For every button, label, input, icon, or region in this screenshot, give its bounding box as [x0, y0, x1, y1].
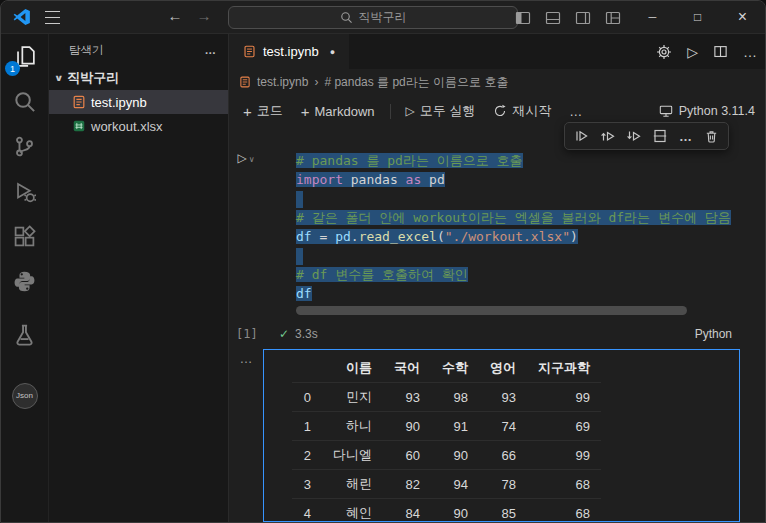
- table-cell: 60: [383, 441, 431, 470]
- output-options-icon[interactable]: …: [240, 351, 253, 366]
- sidebar-item-source-control[interactable]: [1, 124, 48, 169]
- cell-status-bar: [1] ✓ 3.3s Python: [229, 323, 746, 345]
- code-token: as: [406, 172, 422, 187]
- breadcrumb-section[interactable]: # pandas 를 pd라는 이름으로 호출: [324, 74, 508, 91]
- vscode-logo-icon[interactable]: [13, 8, 31, 26]
- table-cell: 93: [383, 383, 431, 412]
- selection-highlight: # pandas 를 pd라는 이름으로 호출: [296, 153, 523, 168]
- selection-highlight: df: [296, 286, 312, 301]
- close-button[interactable]: ×: [720, 1, 765, 33]
- horizontal-scrollbar[interactable]: [296, 306, 687, 315]
- selection-highlight: # df 변수를 호출하여 확인: [296, 267, 468, 282]
- table-cell: 68: [527, 470, 601, 499]
- toggle-panel-icon[interactable]: [545, 10, 561, 26]
- notebook-settings-gear-icon[interactable]: [656, 44, 672, 60]
- code-line[interactable]: # 같은 폴더 안에 workout이라는 엑셀을 불러와 df라는 변수에 담…: [296, 208, 746, 227]
- run-icon[interactable]: ▷: [687, 44, 698, 60]
- execution-count: [1]: [229, 327, 263, 341]
- dataframe-output[interactable]: 이름국어수학영어지구과학0민지939893991하니909174692다니엘60…: [263, 349, 740, 522]
- run-cell-button[interactable]: ▷: [237, 151, 246, 165]
- split-cell-icon[interactable]: [648, 125, 671, 148]
- tree-item-workout-xlsx[interactable]: workout.xlsx: [49, 114, 228, 138]
- cell-language-picker[interactable]: Python: [695, 327, 732, 341]
- table-row: 0민지93989399: [292, 383, 601, 412]
- execute-above-icon[interactable]: [596, 125, 619, 148]
- code-token: # df 변수를 호출하여 확인: [296, 267, 468, 282]
- table-row: 3해린82947868: [292, 470, 601, 499]
- toggle-sidebar-icon[interactable]: [515, 10, 531, 26]
- tab-test-ipynb[interactable]: test.ipynb ●: [229, 34, 349, 69]
- modified-dot-icon[interactable]: ●: [330, 47, 335, 57]
- sidebar-item-json-extension[interactable]: Json: [1, 373, 48, 418]
- search-icon: [340, 11, 353, 24]
- code-line[interactable]: [296, 246, 746, 265]
- code-line[interactable]: # df 변수를 호출하여 확인: [296, 265, 746, 284]
- code-token: # pandas 를 pd라는 이름으로 호출: [296, 153, 523, 168]
- code-line[interactable]: df = pd.read_excel("./workout.xlsx"): [296, 227, 746, 246]
- sidebar-item-search[interactable]: [1, 79, 48, 124]
- maximize-button[interactable]: □: [675, 1, 720, 33]
- json-extension-label: Json: [16, 391, 33, 400]
- code-editor[interactable]: # pandas 를 pd라는 이름으로 호출import pandas as …: [263, 146, 746, 317]
- split-editor-icon[interactable]: [713, 44, 728, 59]
- sidebar-item-run-debug[interactable]: [1, 169, 48, 214]
- explorer-more-actions-icon[interactable]: …: [205, 44, 217, 56]
- command-center-search[interactable]: 직박구리: [228, 6, 518, 29]
- sidebar-item-explorer[interactable]: 1: [1, 34, 48, 79]
- restart-icon: [493, 104, 507, 118]
- code-cell: ▷ ∨ # pandas 를 pd라는 이름으로 호출import pandas…: [229, 146, 765, 317]
- cell-more-actions-icon[interactable]: …: [674, 125, 697, 148]
- sidebar-item-python[interactable]: [1, 259, 48, 304]
- run-all-button[interactable]: ▷ 모두 실행: [398, 99, 484, 123]
- toggle-secondary-sidebar-icon[interactable]: [575, 10, 591, 26]
- menu-icon[interactable]: [45, 11, 60, 24]
- window-controls: ─ □ ×: [630, 1, 765, 33]
- code-token: "./workout.xlsx": [445, 229, 570, 244]
- column-header: 수학: [431, 354, 479, 383]
- sidebar-item-test-explorer[interactable]: [1, 312, 48, 357]
- run-cell-dropdown-icon[interactable]: ∨: [249, 155, 255, 164]
- table-cell: 90: [383, 412, 431, 441]
- sidebar-item-extensions[interactable]: [1, 214, 48, 259]
- excel-file-icon: [72, 119, 86, 133]
- table-cell: 해린: [322, 470, 383, 499]
- code-line[interactable]: [296, 189, 746, 208]
- tree-folder-root[interactable]: ∨ 직박구리: [49, 66, 228, 90]
- table-cell: 90: [431, 441, 479, 470]
- explorer-title: 탐색기: [69, 43, 104, 58]
- code-line[interactable]: import pandas as pd: [296, 170, 746, 189]
- execute-cell-icon[interactable]: [570, 125, 593, 148]
- back-icon[interactable]: ←: [164, 7, 186, 24]
- table-cell: 91: [431, 412, 479, 441]
- customize-layout-icon[interactable]: [605, 10, 621, 26]
- code-line[interactable]: # pandas 를 pd라는 이름으로 호출: [296, 151, 746, 170]
- toolbar-more-actions-icon[interactable]: …: [561, 101, 590, 122]
- selection-highlight: import pandas as pd: [296, 172, 445, 187]
- add-markdown-cell-button[interactable]: + Markdown: [293, 100, 383, 123]
- cell-gutter: ▷ ∨: [229, 146, 263, 317]
- code-line[interactable]: df: [296, 284, 746, 303]
- table-cell: 94: [431, 470, 479, 499]
- kernel-icon: [659, 104, 673, 118]
- breadcrumb-separator: ›: [314, 75, 318, 89]
- execute-below-icon[interactable]: [622, 125, 645, 148]
- file-tree: ∨ 직박구리 test.ipynb workout.xlsx: [49, 66, 228, 138]
- minimize-button[interactable]: ─: [630, 1, 675, 33]
- more-actions-icon[interactable]: …: [743, 44, 757, 60]
- explorer-header: 탐색기 …: [49, 34, 228, 66]
- success-check-icon: ✓: [279, 327, 289, 341]
- plus-icon: +: [243, 103, 252, 120]
- add-markdown-label: Markdown: [315, 104, 375, 119]
- cell-output: … 이름국어수학영어지구과학0민지939893991하니909174692다니엘…: [229, 349, 740, 522]
- search-icon: [13, 90, 36, 113]
- add-code-cell-button[interactable]: + 코드: [235, 99, 291, 123]
- table-cell: 85: [479, 499, 527, 523]
- main-area: 1: [1, 34, 765, 522]
- delete-cell-icon[interactable]: [700, 125, 723, 148]
- forward-icon[interactable]: →: [193, 7, 215, 24]
- breadcrumb-file[interactable]: test.ipynb: [257, 75, 308, 89]
- tree-item-test-ipynb[interactable]: test.ipynb: [49, 90, 228, 114]
- table-cell: 98: [431, 383, 479, 412]
- restart-kernel-button[interactable]: 재시작: [485, 99, 559, 123]
- search-text: 직박구리: [359, 9, 407, 26]
